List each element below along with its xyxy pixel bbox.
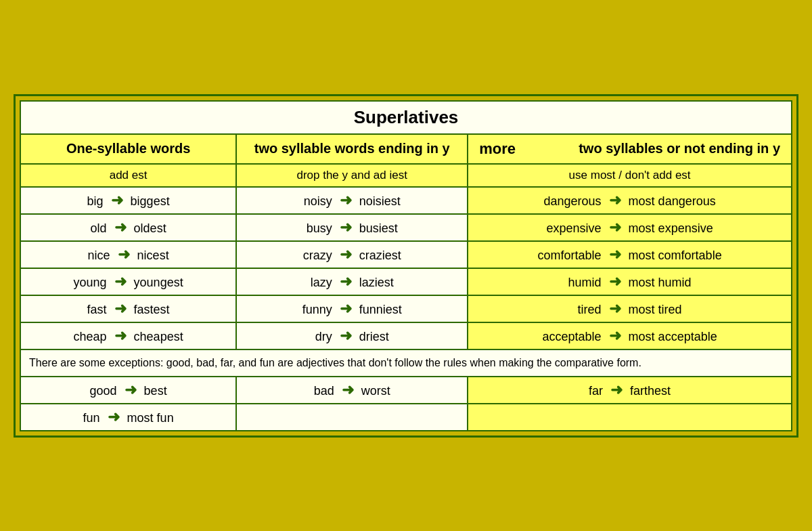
arrow-icon: ➜	[340, 300, 352, 318]
arrow-icon: ➜	[340, 219, 352, 236]
table-row: nice ➜ nicest crazy ➜ craziest comfortab…	[20, 241, 792, 268]
word-to: most acceptable	[629, 330, 717, 343]
cell-c2: busy ➜ busiest	[236, 214, 468, 241]
arrow-icon: ➜	[342, 381, 354, 399]
word-from: bad	[314, 384, 334, 398]
cell-c1: old ➜ oldest	[20, 214, 236, 241]
word-from: busy	[307, 221, 332, 235]
arrow-icon: ➜	[609, 192, 621, 209]
cell-c1: big ➜ biggest	[20, 187, 236, 214]
word-to: most fun	[127, 411, 174, 425]
cell-c2-empty	[236, 404, 468, 431]
word-from: expensive	[547, 221, 602, 235]
word-from: far	[589, 384, 603, 398]
word-to: craziest	[359, 249, 401, 262]
arrow-icon: ➜	[340, 192, 352, 209]
table-row: fast ➜ fastest funny ➜ funniest tired ➜ …	[20, 295, 792, 322]
arrow-icon: ➜	[609, 300, 621, 318]
cell-c3-empty	[468, 404, 792, 431]
col3-header: more two syllables or not ending in y	[468, 134, 792, 164]
word-from: lazy	[311, 276, 332, 289]
main-wrapper: Superlatives One-syllable words two syll…	[14, 94, 798, 438]
arrow-icon: ➜	[609, 327, 621, 345]
col3-more-label: more	[479, 140, 516, 158]
word-to: cheapest	[134, 330, 183, 343]
cell-c3: acceptable ➜ most acceptable	[468, 322, 792, 349]
cell-c3: dangerous ➜ most dangerous	[468, 187, 792, 214]
arrow-icon: ➜	[340, 273, 352, 291]
arrow-icon: ➜	[340, 246, 352, 263]
word-from: comfortable	[538, 249, 602, 262]
title-row: Superlatives	[20, 101, 792, 134]
word-from: good	[90, 384, 117, 398]
word-from: tired	[578, 303, 602, 316]
word-to: most humid	[629, 276, 692, 289]
word-to: laziest	[359, 276, 394, 289]
arrow-icon: ➜	[609, 219, 621, 236]
word-to: worst	[361, 384, 390, 398]
word-to: driest	[359, 330, 389, 343]
word-to: most dangerous	[629, 194, 716, 208]
col1-header: One-syllable words	[20, 134, 236, 164]
note-text: There are some exceptions: good, bad, fa…	[20, 349, 792, 377]
cell-c2: dry ➜ driest	[236, 322, 468, 349]
word-from: humid	[568, 276, 602, 289]
arrow-icon: ➜	[610, 381, 623, 399]
word-from: fast	[87, 303, 107, 316]
word-from: nice	[88, 249, 110, 262]
arrow-icon: ➜	[114, 219, 127, 236]
arrow-icon: ➜	[609, 246, 621, 263]
arrow-icon: ➜	[609, 273, 621, 291]
cell-c3: far ➜ farthest	[468, 377, 792, 404]
table-row: old ➜ oldest busy ➜ busiest expensive ➜ …	[20, 214, 792, 241]
cell-c1: nice ➜ nicest	[20, 241, 236, 268]
word-to: oldest	[134, 221, 166, 235]
col2-header: two syllable words ending in y	[236, 134, 468, 164]
rule-col2: drop the y and ad iest	[236, 164, 468, 187]
word-to: fastest	[134, 303, 170, 316]
cell-c2: lazy ➜ laziest	[236, 268, 468, 295]
word-to: most expensive	[629, 221, 713, 235]
arrow-icon: ➜	[125, 381, 137, 399]
word-from: dangerous	[544, 194, 602, 208]
cell-c1: cheap ➜ cheapest	[20, 322, 236, 349]
arrow-icon: ➜	[340, 327, 352, 345]
cell-c3: comfortable ➜ most comfortable	[468, 241, 792, 268]
note-row: There are some exceptions: good, bad, fa…	[20, 349, 792, 377]
word-to: youngest	[134, 276, 183, 289]
rule-col1: add est	[20, 164, 236, 187]
word-from: acceptable	[543, 330, 602, 343]
word-to: funniest	[359, 303, 402, 316]
cell-c3: humid ➜ most humid	[468, 268, 792, 295]
word-from: funny	[302, 303, 332, 316]
table-row: young ➜ youngest lazy ➜ laziest humid ➜ …	[20, 268, 792, 295]
arrow-icon: ➜	[108, 408, 120, 426]
rule-row: add est drop the y and ad iest use most …	[20, 164, 792, 187]
word-to: most tired	[629, 303, 682, 316]
cell-c1: fast ➜ fastest	[20, 295, 236, 322]
arrow-icon: ➜	[111, 192, 123, 209]
word-from: dry	[315, 330, 332, 343]
cell-c3: tired ➜ most tired	[468, 295, 792, 322]
rule-col3: use most / don't add est	[468, 164, 792, 187]
exception-row-2: fun ➜ most fun	[20, 404, 792, 431]
word-from: big	[87, 194, 104, 208]
word-from: cheap	[74, 330, 107, 343]
arrow-icon: ➜	[118, 246, 130, 263]
word-from: fun	[83, 411, 100, 425]
cell-c2: funny ➜ funniest	[236, 295, 468, 322]
word-from: young	[74, 276, 107, 289]
word-from: crazy	[303, 249, 332, 262]
word-to: noisiest	[359, 194, 401, 208]
cell-c1: good ➜ best	[20, 377, 236, 404]
table-row: big ➜ biggest noisy ➜ noisiest dangerous…	[20, 187, 792, 214]
cell-c2: noisy ➜ noisiest	[236, 187, 468, 214]
col3-right-label: two syllables or not ending in y	[516, 141, 780, 156]
table-row: cheap ➜ cheapest dry ➜ driest acceptable…	[20, 322, 792, 349]
arrow-icon: ➜	[114, 273, 127, 291]
arrow-icon: ➜	[114, 300, 127, 318]
header-row: One-syllable words two syllable words en…	[20, 134, 792, 164]
word-from: old	[91, 221, 107, 235]
superlatives-table: Superlatives One-syllable words two syll…	[20, 100, 792, 431]
word-from: noisy	[304, 194, 332, 208]
